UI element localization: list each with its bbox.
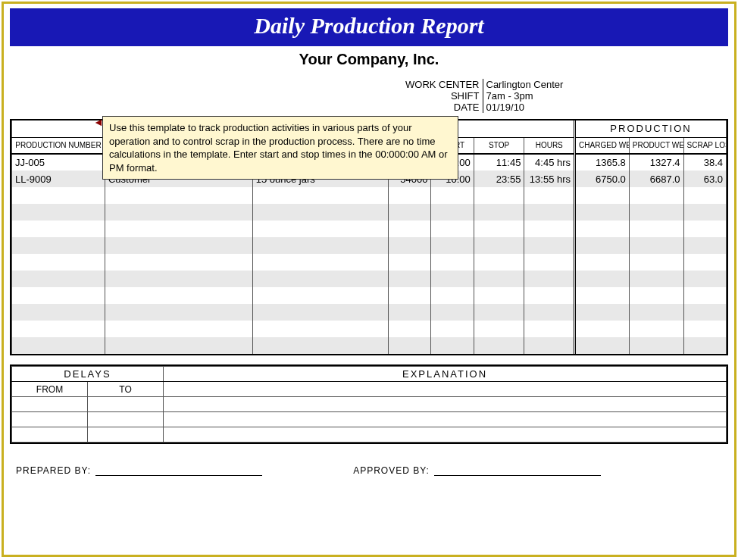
- cell-scrap[interactable]: [683, 204, 726, 221]
- cell-prod[interactable]: [12, 271, 105, 287]
- cell-qty[interactable]: [389, 304, 431, 321]
- cell-qty[interactable]: [389, 187, 431, 204]
- cell-start[interactable]: [431, 187, 474, 204]
- cell-prod[interactable]: JJ-005: [12, 154, 105, 171]
- cell-start[interactable]: [431, 304, 474, 321]
- table-row[interactable]: [12, 271, 727, 287]
- cell-cweight[interactable]: [575, 254, 630, 271]
- cell-stop[interactable]: [474, 271, 524, 287]
- delay-to[interactable]: [88, 412, 164, 427]
- cell-stop[interactable]: 11:45: [474, 154, 524, 171]
- cell-start[interactable]: [431, 221, 474, 237]
- cell-cweight[interactable]: 1365.8: [575, 154, 630, 171]
- cell-pweight[interactable]: [629, 204, 683, 221]
- cell-size[interactable]: [252, 321, 388, 337]
- cell-hours[interactable]: [524, 237, 575, 254]
- cell-scrap[interactable]: [683, 271, 726, 287]
- cell-customer[interactable]: [105, 237, 252, 254]
- cell-hours[interactable]: [524, 271, 575, 287]
- cell-hours[interactable]: [524, 204, 575, 221]
- prepared-by-line[interactable]: [95, 465, 262, 476]
- cell-stop[interactable]: 23:55: [474, 171, 524, 187]
- delay-to[interactable]: [88, 397, 164, 412]
- shift-value[interactable]: 7am - 3pm: [483, 90, 725, 102]
- cell-hours[interactable]: [524, 321, 575, 337]
- cell-start[interactable]: [431, 321, 474, 337]
- cell-scrap[interactable]: [683, 254, 726, 271]
- cell-pweight[interactable]: [629, 321, 683, 337]
- cell-stop[interactable]: [474, 254, 524, 271]
- cell-qty[interactable]: [389, 254, 431, 271]
- cell-stop[interactable]: [474, 187, 524, 204]
- cell-pweight[interactable]: [629, 304, 683, 321]
- cell-size[interactable]: [252, 287, 388, 304]
- cell-pweight[interactable]: [629, 337, 683, 354]
- cell-prod[interactable]: [12, 254, 105, 271]
- cell-start[interactable]: [431, 287, 474, 304]
- cell-qty[interactable]: [389, 321, 431, 337]
- cell-customer[interactable]: [105, 254, 252, 271]
- table-row[interactable]: [12, 254, 727, 271]
- cell-scrap[interactable]: [683, 337, 726, 354]
- cell-stop[interactable]: [474, 287, 524, 304]
- cell-prod[interactable]: [12, 204, 105, 221]
- cell-hours[interactable]: 13:55 hrs: [524, 171, 575, 187]
- cell-pweight[interactable]: 6687.0: [629, 171, 683, 187]
- delay-exp[interactable]: [164, 412, 727, 427]
- cell-start[interactable]: [431, 204, 474, 221]
- cell-size[interactable]: [252, 187, 388, 204]
- delay-exp[interactable]: [164, 397, 727, 412]
- cell-cweight[interactable]: [575, 271, 630, 287]
- cell-scrap[interactable]: [683, 187, 726, 204]
- table-row[interactable]: [12, 287, 727, 304]
- delay-from[interactable]: [12, 412, 88, 427]
- cell-hours[interactable]: [524, 221, 575, 237]
- delay-from[interactable]: [12, 397, 88, 412]
- cell-pweight[interactable]: [629, 237, 683, 254]
- cell-hours[interactable]: [524, 254, 575, 271]
- cell-start[interactable]: [431, 337, 474, 354]
- cell-qty[interactable]: [389, 237, 431, 254]
- cell-qty[interactable]: [389, 287, 431, 304]
- cell-hours[interactable]: [524, 337, 575, 354]
- cell-scrap[interactable]: [683, 304, 726, 321]
- cell-size[interactable]: [252, 271, 388, 287]
- cell-qty[interactable]: [389, 204, 431, 221]
- cell-pweight[interactable]: 1327.4: [629, 154, 683, 171]
- cell-cweight[interactable]: [575, 287, 630, 304]
- cell-cweight[interactable]: [575, 221, 630, 237]
- table-row[interactable]: [12, 204, 727, 221]
- cell-customer[interactable]: [105, 304, 252, 321]
- cell-start[interactable]: [431, 237, 474, 254]
- cell-prod[interactable]: [12, 187, 105, 204]
- cell-pweight[interactable]: [629, 221, 683, 237]
- delay-row[interactable]: [12, 412, 727, 427]
- cell-cweight[interactable]: [575, 237, 630, 254]
- cell-prod[interactable]: LL-9009: [12, 171, 105, 187]
- cell-scrap[interactable]: [683, 237, 726, 254]
- cell-start[interactable]: [431, 254, 474, 271]
- cell-pweight[interactable]: [629, 287, 683, 304]
- cell-stop[interactable]: [474, 221, 524, 237]
- cell-hours[interactable]: 4:45 hrs: [524, 154, 575, 171]
- cell-scrap[interactable]: [683, 287, 726, 304]
- cell-size[interactable]: [252, 221, 388, 237]
- table-row[interactable]: [12, 221, 727, 237]
- delay-row[interactable]: [12, 397, 727, 412]
- cell-cweight[interactable]: [575, 321, 630, 337]
- cell-prod[interactable]: [12, 337, 105, 354]
- table-row[interactable]: [12, 304, 727, 321]
- cell-scrap[interactable]: [683, 221, 726, 237]
- cell-stop[interactable]: [474, 304, 524, 321]
- cell-scrap[interactable]: 38.4: [683, 154, 726, 171]
- cell-customer[interactable]: [105, 321, 252, 337]
- delay-to[interactable]: [88, 427, 164, 443]
- cell-cweight[interactable]: [575, 187, 630, 204]
- delay-exp[interactable]: [164, 427, 727, 443]
- cell-qty[interactable]: [389, 221, 431, 237]
- cell-customer[interactable]: [105, 187, 252, 204]
- cell-prod[interactable]: [12, 237, 105, 254]
- cell-customer[interactable]: [105, 221, 252, 237]
- cell-size[interactable]: [252, 237, 388, 254]
- cell-pweight[interactable]: [629, 187, 683, 204]
